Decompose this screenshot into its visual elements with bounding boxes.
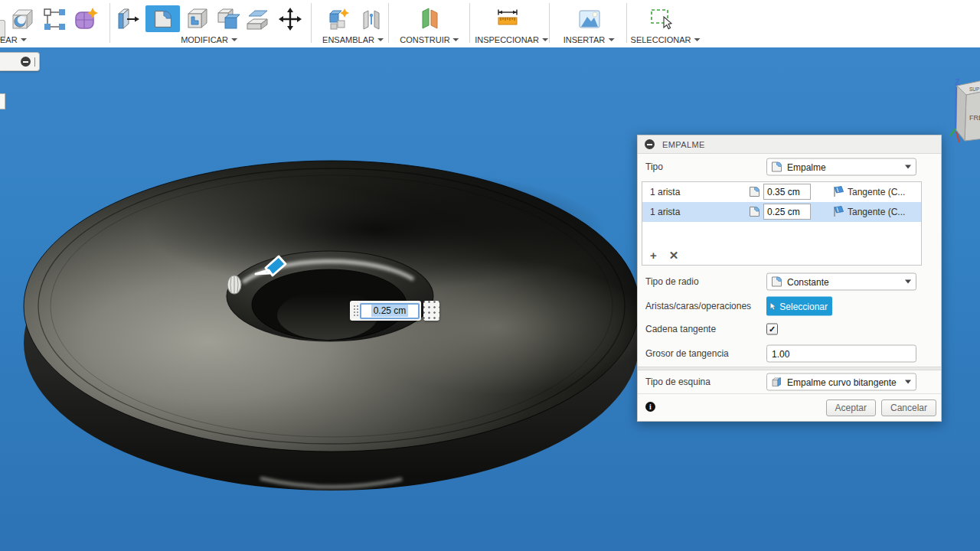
dialog-header[interactable]: EMPALME [638,135,941,154]
radius-type-dropdown[interactable]: Constante [766,273,916,291]
tangent-chain-checkbox[interactable]: ✓ [766,324,778,335]
chevron-down-icon [231,38,237,41]
select-icon[interactable] [646,5,675,33]
collapse-dialog-icon[interactable] [645,139,655,149]
continuity-type[interactable]: Tangente (C... [848,207,918,217]
thickness-row: Grosor de tangencia [638,341,941,367]
fillet-mini-icon [748,185,761,198]
seleccionar-label: SELECCIONAR [631,35,691,44]
tangent-flag-icon [832,205,845,218]
dimension-input-box: 0.25 cm [350,301,421,321]
model-disc[interactable] [24,161,647,491]
shell-icon[interactable] [183,5,211,33]
toolbar-group-crear[interactable]: EAR [0,35,27,44]
radius-type-label: Tipo de radio [645,276,699,287]
thickness-input[interactable] [766,345,916,363]
fillet-mini-icon [748,205,761,218]
chevron-down-icon [905,380,911,384]
dialog-footer: i Aceptar Cancelar [638,393,941,421]
corner-fillet-mini-icon [770,376,783,389]
toolbar-group-seleccionar[interactable]: SELECCIONAR [631,35,701,44]
new-component-icon[interactable] [325,5,353,33]
radius-input-1[interactable] [763,184,811,200]
chevron-down-icon [453,38,459,41]
toolbar-group-insertar[interactable]: INSERTAR [564,35,615,44]
edges-label: Aristas/caras/operaciones [645,301,751,311]
type-value: Empalme [787,161,901,172]
toolbar-group-ensamblar[interactable]: ENSAMBLAR [322,35,384,44]
insert-image-icon[interactable] [575,5,603,33]
select-edges-button[interactable]: Seleccionar [766,297,832,316]
dialog-title: EMPALME [662,140,705,149]
fillet-tool-active[interactable] [145,5,180,32]
edge-row-1[interactable]: 1 arista Tangente (C... [642,182,921,202]
toolbar-group-construir[interactable]: CONSTRUIR [400,35,459,44]
construction-plane-icon[interactable] [415,5,443,33]
crear-label: EAR [0,35,18,44]
chevron-down-icon [21,38,27,41]
move-copy-icon[interactable] [276,5,304,33]
radius-dimension-input[interactable]: 0.25 cm [360,303,420,319]
radius-input-2[interactable] [763,204,811,220]
create-form-icon[interactable] [71,5,100,33]
toolbar-separator [311,3,312,43]
corner-type-value: Empalme curvo bitangente [787,377,901,387]
chevron-down-icon [905,280,911,284]
hole-icon[interactable] [8,5,36,33]
chain-label: Cadena tangente [645,324,716,334]
cancel-button[interactable]: Cancelar [881,399,936,416]
construir-label: CONSTRUIR [400,35,449,44]
corner-type-dropdown[interactable]: Empalme curvo bitangente [766,373,916,391]
info-icon[interactable]: i [645,402,655,412]
toolbar-group-inspeccionar[interactable]: INSPECCIONAR [475,35,548,44]
select-button-label: Seleccionar [779,301,828,311]
tangent-flag-icon [832,185,845,198]
drag-grip-icon[interactable] [352,304,359,318]
press-pull-icon[interactable] [114,5,142,33]
fillet-icon [151,7,175,31]
cursor-bar [34,57,35,67]
cursor-icon [769,300,776,312]
edges-select-row: Aristas/caras/operaciones Seleccionar [638,295,941,318]
add-edge-set-button[interactable]: + [650,249,657,261]
edge-row-2[interactable]: 1 arista Tangente (C... [642,202,921,222]
accept-button[interactable]: Aceptar [826,399,876,416]
toolbar-separator [626,3,627,43]
continuity-type[interactable]: Tangente (C... [848,187,918,197]
thickness-label: Grosor de tangencia [645,348,729,359]
toolbar-separator [388,3,389,43]
corner-type-row: Tipo de esquina Empalme curvo bitangente [638,370,941,393]
fillet-mini-icon [770,161,783,174]
modificar-label: MODIFICAR [181,35,228,44]
toolbar-group-modificar[interactable]: MODIFICAR [181,35,237,44]
ensamblar-label: ENSAMBLAR [322,35,374,44]
viewcube[interactable]: Z SUP FRE [950,77,980,142]
radius-type-row: Tipo de radio Constante [638,269,941,295]
insertar-label: INSERTAR [564,35,606,44]
viewcube-front-label: FRE [969,114,980,122]
edge-count: 1 arista [650,187,680,197]
remove-edge-set-button[interactable]: ✕ [669,249,679,261]
edge-count: 1 arista [650,207,680,217]
collapse-icon[interactable] [21,57,31,67]
combine-icon[interactable] [213,5,241,33]
chevron-down-icon [694,38,700,41]
fillet-mini-icon [770,276,783,289]
measure-icon[interactable] [493,5,521,33]
rectangular-pattern-icon[interactable] [40,5,68,33]
selected-value: 0.25 cm [371,305,409,317]
toolbar-separator [549,3,550,43]
more-options-grip-icon[interactable] [423,301,439,321]
toolbar-separator [469,3,470,43]
check-icon: ✓ [769,324,776,334]
fillet-handle-icon[interactable] [227,276,241,294]
type-dropdown[interactable]: Empalme [766,158,916,176]
radius-type-value: Constante [787,276,901,287]
chevron-down-icon [905,165,911,169]
clipped-panel-edge[interactable] [0,93,5,109]
joint-icon[interactable] [357,5,385,33]
corner-type-label: Tipo de esquina [645,377,710,387]
viewcube-z-label: Z [955,77,960,86]
collapsed-panel-tab[interactable] [0,52,40,71]
split-body-icon[interactable] [243,5,271,33]
